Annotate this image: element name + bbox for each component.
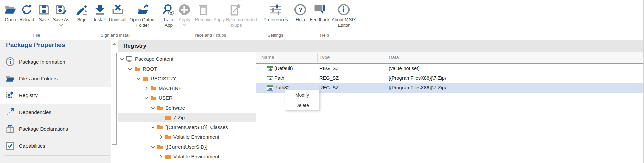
column-header-name[interactable]: Name [261,55,274,60]
registry-icon [5,91,15,99]
group-label-file: File [0,33,73,38]
save-button[interactable]: Save [38,0,50,23]
open-output-folder-label: Open Output Folder [127,17,158,28]
main-titlebar: Registry [118,40,643,52]
help-label: Help [296,17,305,23]
sidebar: Package Properties Package Information F… [0,40,111,163]
install-button[interactable]: Install [94,0,105,23]
chevron-down-icon[interactable] [150,125,156,130]
chevron-down-icon[interactable] [150,106,156,110]
context-menu-item-delete[interactable]: Delete [285,100,319,110]
about-info-icon [338,2,350,17]
folder-icon [134,66,140,71]
group-label-settings: Settings [261,33,290,38]
trace-app-button[interactable]: Trace App [160,0,177,28]
folder-icon [157,144,163,149]
uninstall-label: Uninstall [109,17,126,23]
open-button[interactable]: Open [4,0,16,23]
tree-item-volatile-environment[interactable]: Volatile Environment [118,152,256,161]
reg-sz-icon: ab [267,66,273,71]
chevron-down-icon[interactable] [136,76,141,81]
sign-button[interactable]: Sign [76,0,88,23]
sidebar-item-capabilities[interactable]: Capabilities [0,137,111,154]
sidebar-item-files-and-folders[interactable]: Files and Folders [0,70,111,87]
column-header-type[interactable]: Type [319,55,330,60]
apply-button[interactable]: Apply [179,0,190,26]
table-header: Name Type Data [256,52,643,64]
tree-item-7-zip[interactable]: 7-Zip [118,113,256,122]
chevron-down-icon[interactable] [144,96,149,100]
folder-icon [142,76,148,81]
sidebar-item-package-information[interactable]: Package Information [0,53,111,70]
tree-item-volatile-environment[interactable]: Volatile Environment [118,132,256,142]
apply-plus-icon [179,2,190,17]
sidebar-item-label: Files and Folders [19,76,58,81]
chevron-down-icon[interactable] [59,23,63,26]
feedback-button[interactable]: Feedback [310,0,329,23]
tree-item-software[interactable]: Software [118,103,256,113]
vertical-scrollbar[interactable] [111,40,118,163]
help-button[interactable]: ? Help [294,0,306,23]
sidebar-item-dependencies[interactable]: Dependencies [0,104,111,120]
open-output-folder-button[interactable]: Open Output Folder [127,0,158,28]
column-separator[interactable] [387,53,387,62]
chevron-down-icon[interactable] [127,67,133,71]
sliders-icon [270,2,282,17]
scrollbar-thumb[interactable] [112,53,117,145]
save-icon [38,2,50,17]
apply-recommended-fixups-button[interactable]: Apply Recommended Fixups [211,0,260,28]
chevron-right-icon[interactable] [158,154,164,159]
reg-sz-icon: ab [267,85,273,91]
tree-item-package-content[interactable]: Package Content [118,54,256,64]
folder-icon [157,105,163,110]
sidebar-item-registry[interactable]: Registry [0,87,111,104]
save-as-icon [55,2,67,17]
chevron-down-icon[interactable] [150,145,156,149]
registry-tree: Package Content ROOT REGISTRY MACHINE [118,52,256,163]
feedback-bubble-icon [314,2,326,17]
trace-app-label: Trace App [160,17,177,28]
chevron-right-icon[interactable] [144,86,149,91]
table-row-default[interactable]: ab (Default) REG_SZ (value not set) [256,64,643,74]
remove-button[interactable]: Remove [195,0,212,23]
apply-label: Apply [179,17,190,23]
monitor-icon [126,56,132,62]
sidebar-item-label: Package Declarations [19,126,68,132]
context-menu: Modify Delete [285,90,319,110]
tree-item-currentusersid-classes[interactable]: [{CurrentUserSID}]_Classes [118,122,256,132]
preferences-button[interactable]: Preferences [264,0,288,23]
column-separator[interactable] [317,53,318,62]
table-row-path[interactable]: ab Path REG_SZ [{ProgramFilesX86}]\7-Zip… [256,74,643,83]
msix-editor-window: Open Reload Save Save As [0,0,644,163]
dependencies-arrow-icon [5,108,15,116]
folder-icon [157,125,163,130]
about-msix-editor-button[interactable]: About MSIX Editor [328,0,360,28]
tree-item-root[interactable]: ROOT [118,64,256,74]
ribbon-separator [359,2,359,38]
page-title: Registry [123,43,146,49]
tree-item-currentusersid[interactable]: [{CurrentUserSID}] [118,142,256,152]
reload-button[interactable]: Reload [20,0,34,23]
column-header-data[interactable]: Data [389,55,399,60]
chevron-down-icon [182,23,186,26]
scrollbar-up-button[interactable] [112,41,117,47]
save-as-button[interactable]: Save As [53,0,69,26]
install-label: Install [94,17,105,23]
uninstall-button[interactable]: Uninstall [109,0,126,23]
trace-app-magnifier-icon [163,2,175,17]
sidebar-item-package-declarations[interactable]: Package Declarations [0,120,111,137]
tree-item-user[interactable]: USER [118,93,256,103]
chevron-down-icon[interactable] [119,57,125,62]
help-question-icon: ? [294,2,306,17]
group-label-trace-and-fixups: Trace and Fixups [158,33,261,38]
folder-icon [165,115,171,120]
context-menu-item-modify[interactable]: Modify [285,90,319,100]
chevron-right-icon[interactable] [158,135,164,139]
open-folder-icon [4,2,16,17]
gift-icon [5,124,15,133]
folder-icon [165,134,171,139]
tree-item-machine[interactable]: MACHINE [118,83,256,93]
group-label-help: Help [290,33,359,38]
output-folder-icon [137,2,149,17]
tree-item-registry[interactable]: REGISTRY [118,74,256,83]
